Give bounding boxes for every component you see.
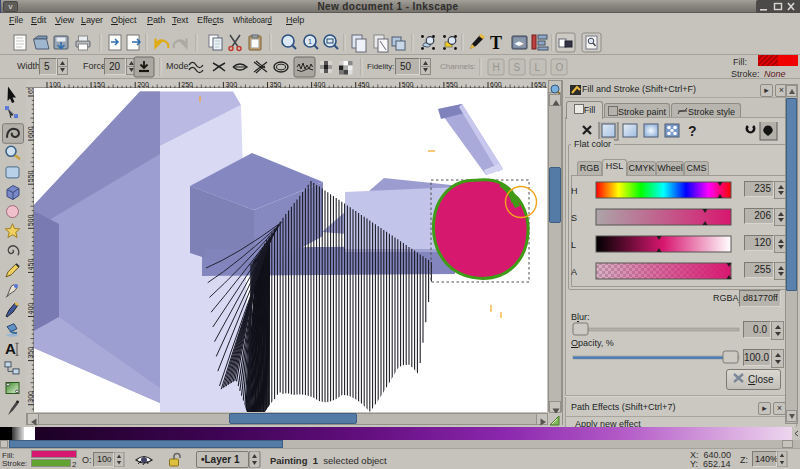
- svg-text:H: H: [493, 62, 500, 73]
- svg-text:450: 450: [358, 81, 370, 88]
- svg-text:500: 500: [402, 81, 414, 88]
- svg-text:◂▸: ◂▸: [515, 38, 525, 48]
- svg-text:300: 300: [225, 81, 237, 88]
- svg-text:O: O: [556, 62, 564, 73]
- svg-text:100: 100: [49, 81, 61, 88]
- svg-text:550: 550: [446, 81, 458, 88]
- svg-text:500: 500: [27, 215, 34, 227]
- svg-text:550: 550: [27, 170, 34, 182]
- svg-text:650: 650: [534, 81, 546, 88]
- svg-text:600: 600: [27, 126, 34, 138]
- svg-text:400: 400: [314, 81, 326, 88]
- svg-text:T: T: [490, 33, 502, 53]
- svg-text:L: L: [535, 62, 541, 73]
- svg-text:350: 350: [270, 81, 282, 88]
- svg-text:400: 400: [27, 303, 34, 315]
- svg-text:H: H: [571, 186, 578, 196]
- svg-text:300: 300: [27, 391, 34, 403]
- svg-text:L: L: [571, 240, 576, 250]
- svg-text:650: 650: [27, 88, 34, 94]
- svg-text:?: ?: [688, 123, 697, 139]
- svg-text:S: S: [571, 213, 577, 223]
- svg-text:1: 1: [308, 38, 312, 45]
- svg-text:150: 150: [93, 81, 105, 88]
- svg-text:450: 450: [27, 259, 34, 271]
- svg-text:350: 350: [27, 347, 34, 359]
- svg-text:250: 250: [181, 81, 193, 88]
- svg-text:S: S: [514, 62, 521, 73]
- svg-text:A: A: [5, 340, 16, 357]
- svg-text:600: 600: [490, 81, 502, 88]
- svg-text:200: 200: [137, 81, 149, 88]
- svg-text:A: A: [571, 267, 577, 277]
